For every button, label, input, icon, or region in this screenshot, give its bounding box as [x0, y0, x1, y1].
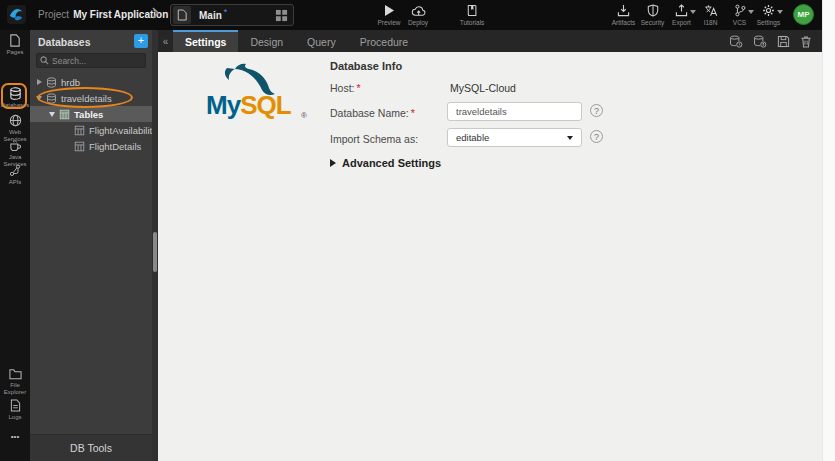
- left-rail: Pages Databases Web Services Java Servic…: [0, 30, 30, 461]
- apis-icon: [9, 164, 21, 177]
- tab-design[interactable]: Design: [238, 30, 295, 52]
- panel-divider: [152, 30, 158, 461]
- chevron-right-icon: [152, 7, 159, 19]
- add-database-button[interactable]: +: [134, 34, 148, 48]
- web-services-globe-icon: [9, 114, 22, 127]
- apis-label: APIs: [9, 179, 22, 186]
- collapse-panel-icon[interactable]: [158, 30, 173, 52]
- database-name-input[interactable]: [447, 102, 582, 121]
- i18n-button[interactable]: I18N: [697, 4, 724, 26]
- tree-node-label: FlightDetails: [89, 141, 141, 152]
- security-label: Security: [641, 19, 664, 26]
- required-marker: *: [357, 82, 361, 94]
- tutorials-button[interactable]: Tutorials: [455, 4, 489, 26]
- export-label: Export: [672, 19, 691, 26]
- tree-node-flightavailability[interactable]: FlightAvailability: [30, 122, 152, 138]
- topbar: Project My First Application Main * Prev…: [0, 0, 822, 30]
- search-icon: [40, 56, 49, 65]
- sidebar-item-file-explorer[interactable]: File Explorer: [0, 368, 30, 396]
- delete-icon[interactable]: [800, 35, 812, 48]
- security-button[interactable]: Security: [639, 4, 666, 26]
- topbar-tools: Artifacts Security Export I18N VCS: [610, 4, 782, 26]
- import-schema-label: Import Schema as:: [330, 133, 418, 145]
- database-tree: hrdb traveldetails Tables FlightAvailabi…: [30, 74, 152, 154]
- vcs-button[interactable]: VCS: [726, 4, 753, 26]
- host-value: MySQL-Cloud: [450, 82, 516, 94]
- page-scrollbar-track[interactable]: [822, 0, 835, 461]
- import-schema-select[interactable]: editable: [447, 128, 582, 147]
- caret-down-icon: [36, 96, 42, 101]
- tree-node-tables[interactable]: Tables: [30, 106, 152, 122]
- caret-right-icon: [330, 159, 336, 167]
- tab-procedure[interactable]: Procedure: [348, 30, 420, 52]
- db-tools-button[interactable]: DB Tools: [30, 434, 152, 461]
- svg-text:®: ®: [301, 111, 307, 120]
- more-options-button[interactable]: •••: [0, 431, 30, 440]
- tree-node-label: traveldetails: [61, 93, 112, 104]
- user-avatar[interactable]: MP: [793, 4, 814, 25]
- databases-icon: [9, 87, 22, 100]
- help-icon[interactable]: ?: [590, 104, 603, 117]
- app-logo[interactable]: [7, 5, 26, 24]
- pages-icon: [9, 34, 21, 47]
- export-button[interactable]: Export: [668, 4, 695, 26]
- preview-label: Preview: [377, 19, 400, 26]
- tree-node-traveldetails[interactable]: traveldetails: [30, 90, 152, 106]
- tutorials-book-icon: [466, 4, 478, 17]
- logs-label: Logs: [8, 414, 21, 421]
- vcs-label: VCS: [733, 19, 746, 26]
- table-icon: [59, 109, 70, 120]
- wave-logo-icon: [9, 7, 24, 22]
- tree-node-flightdetails[interactable]: FlightDetails: [30, 138, 152, 154]
- advanced-settings-toggle[interactable]: Advanced Settings: [330, 157, 441, 169]
- advanced-settings-label: Advanced Settings: [342, 157, 441, 169]
- sidebar-item-pages[interactable]: Pages: [0, 34, 30, 56]
- security-shield-icon: [647, 4, 659, 17]
- tree-node-label: FlightAvailability: [89, 125, 157, 136]
- mysql-logo: MySQL ®: [204, 62, 314, 124]
- panel-scrollbar[interactable]: [153, 232, 157, 272]
- breadcrumb: Project My First Application: [38, 9, 168, 20]
- editor-toolbar: [729, 30, 822, 52]
- editor-tabbar: Settings Design Query Procedure: [158, 30, 822, 52]
- pages-grid-icon[interactable]: [275, 9, 288, 22]
- tree-node-hrdb[interactable]: hrdb: [30, 74, 152, 90]
- database-name-label: Database Name:*: [330, 107, 415, 119]
- databases-label: Databases: [1, 102, 30, 109]
- sidebar-item-databases[interactable]: Databases: [0, 87, 30, 109]
- page-tab-name: Main: [199, 10, 222, 21]
- sidebar-item-logs[interactable]: Logs: [0, 399, 30, 421]
- database-info-heading: Database Info: [330, 60, 402, 72]
- save-icon[interactable]: [777, 35, 790, 48]
- db-reimport-icon[interactable]: [729, 35, 743, 48]
- deploy-label: Deploy: [408, 19, 428, 26]
- databases-panel-header: Databases +: [30, 30, 152, 52]
- project-label: Project: [38, 9, 69, 20]
- i18n-label: I18N: [704, 19, 718, 26]
- sidebar-item-apis[interactable]: APIs: [0, 164, 30, 186]
- settings-button[interactable]: Settings: [755, 4, 782, 26]
- database-icon: [46, 77, 57, 88]
- search-input[interactable]: [52, 56, 138, 66]
- table-icon: [74, 141, 85, 152]
- deploy-cloud-icon: [411, 4, 426, 17]
- help-icon[interactable]: ?: [590, 130, 603, 143]
- table-icon: [74, 125, 85, 136]
- main-area: Settings Design Query Procedure MySQL ®: [158, 30, 822, 461]
- import-schema-value: editable: [456, 132, 489, 143]
- java-services-cup-icon: [9, 139, 22, 152]
- vcs-caret-icon: [748, 10, 754, 14]
- select-caret-icon: [567, 136, 573, 140]
- db-export-icon[interactable]: [753, 35, 767, 48]
- i18n-translate-icon: [704, 4, 718, 17]
- tab-query[interactable]: Query: [295, 30, 348, 52]
- database-search[interactable]: [36, 53, 146, 68]
- open-page-tab[interactable]: Main *: [170, 4, 294, 26]
- export-upload-icon: [675, 4, 688, 17]
- required-marker: *: [411, 107, 415, 119]
- deploy-button[interactable]: Deploy: [401, 4, 435, 26]
- artifacts-button[interactable]: Artifacts: [610, 4, 637, 26]
- tree-node-label: hrdb: [61, 77, 80, 88]
- tab-settings[interactable]: Settings: [173, 30, 238, 52]
- databases-panel: Databases + hrdb traveldetails Tables: [30, 30, 152, 461]
